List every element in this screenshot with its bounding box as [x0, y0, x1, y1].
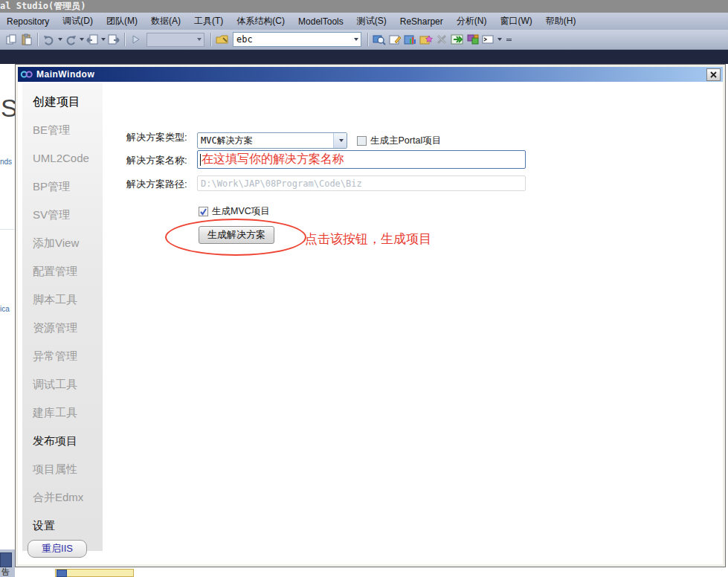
- find-in-files-folder-icon[interactable]: [214, 31, 230, 48]
- solution-type-combo[interactable]: MVC解决方案: [197, 132, 347, 149]
- mvc-checkbox[interactable]: 生成MVC项目: [199, 205, 270, 218]
- sidebar-item-publish-project[interactable]: 发布项目: [22, 427, 103, 455]
- solution-name-input[interactable]: 在这填写你的解决方案名称: [197, 150, 526, 169]
- menu-debug[interactable]: 调试(D): [56, 13, 100, 30]
- dialog-sidebar: 创建项目 BE管理 UML2Code BP管理 SV管理 添加View 配置管理…: [22, 83, 103, 551]
- command-window-icon[interactable]: [480, 31, 496, 48]
- menu-team[interactable]: 团队(M): [100, 13, 144, 30]
- dialog-client-area: 创建项目 BE管理 UML2Code BP管理 SV管理 添加View 配置管理…: [18, 82, 723, 564]
- background-panel-icon: [0, 552, 12, 567]
- sidebar-item-create-project[interactable]: 创建项目: [22, 88, 103, 116]
- go-arrow-icon[interactable]: [449, 31, 465, 48]
- solution-path-value: D:\Work\JAP\08Program\Code\Biz: [201, 178, 362, 189]
- sidebar-item-dbbuild-tools[interactable]: 建库工具: [22, 399, 103, 427]
- menu-analyze[interactable]: 分析(N): [450, 13, 494, 30]
- portal-checkbox-box-icon[interactable]: [357, 136, 367, 146]
- tools-options-icon[interactable]: [434, 31, 449, 48]
- menu-window[interactable]: 窗口(W): [493, 13, 538, 30]
- sidebar-item-add-view[interactable]: 添加View: [22, 229, 103, 257]
- sidebar-item-config-manage[interactable]: 配置管理: [22, 257, 103, 286]
- navigate-forward-icon[interactable]: [106, 31, 121, 48]
- toolbox-chart-icon[interactable]: [402, 31, 418, 48]
- portal-checkbox-label: 生成主Portal项目: [370, 135, 441, 147]
- sidebar-item-merge-edmx[interactable]: 合并Edmx: [22, 483, 103, 512]
- paste-icon[interactable]: [19, 31, 34, 48]
- command-window-dropdown-icon[interactable]: [497, 38, 502, 41]
- add-new-item-icon[interactable]: [418, 31, 434, 48]
- solution-path-label: 解决方案路径:: [126, 178, 187, 191]
- menu-architecture[interactable]: 体系结构(C): [230, 13, 291, 30]
- search-folder-icon[interactable]: [371, 31, 387, 48]
- vs-window-title: al Studio(管理员): [0, 1, 86, 11]
- toolbar-separator: [210, 33, 211, 46]
- restart-iis-button[interactable]: 重启IIS: [28, 540, 87, 558]
- sidebar-item-uml2code[interactable]: UML2Code: [22, 144, 103, 173]
- sidebar-item-sv-manage[interactable]: SV管理: [22, 201, 103, 229]
- solution-type-caret-icon: [339, 139, 344, 142]
- vs-menubar: Repository 调试(D) 团队(M) 数据(A) 工具(T) 体系结构(…: [0, 13, 728, 30]
- navigate-back-icon[interactable]: [84, 31, 100, 48]
- taskbar-icon-fragment: [57, 570, 67, 577]
- solution-name-label: 解决方案名称:: [126, 154, 187, 167]
- sidebar-item-bp-manage[interactable]: BP管理: [22, 173, 103, 201]
- solution-type-label: 解决方案类型:: [126, 131, 187, 144]
- vs-window-titlebar: al Studio(管理员): [0, 0, 728, 13]
- dialog-titlebar[interactable]: MainWindow: [18, 67, 723, 82]
- sidebar-item-resource-manage[interactable]: 资源管理: [22, 314, 103, 342]
- toolbar-separator: [367, 33, 368, 46]
- menu-data[interactable]: 数据(A): [144, 13, 187, 30]
- sidebar-item-be-manage[interactable]: BE管理: [22, 116, 103, 144]
- background-divider-fragment: [0, 229, 14, 230]
- solution-path-input[interactable]: D:\Work\JAP\08Program\Code\Biz: [197, 175, 526, 191]
- search-combo[interactable]: ebc: [233, 32, 361, 47]
- properties-window-icon[interactable]: [387, 31, 402, 48]
- undo-icon[interactable]: [41, 31, 57, 48]
- dialog-title: MainWindow: [36, 69, 706, 80]
- menu-tools[interactable]: 工具(T): [187, 13, 230, 30]
- solution-name-placeholder-annotation: 在这填写你的解决方案名称: [202, 152, 344, 167]
- menu-resharper[interactable]: ReSharper: [393, 13, 450, 30]
- mvc-checkbox-box-icon[interactable]: [199, 207, 208, 216]
- menu-modeltools[interactable]: ModelTools: [291, 13, 350, 30]
- copy-icon[interactable]: [3, 31, 19, 48]
- search-combo-caret-icon: [354, 38, 358, 41]
- infinity-app-icon: [20, 70, 33, 79]
- vs-client-background: [0, 50, 728, 64]
- menu-test[interactable]: 测试(S): [350, 13, 393, 30]
- background-link-fragment-1: nds: [0, 158, 15, 166]
- configuration-combo-caret-icon: [197, 38, 202, 41]
- background-bottom-panel: 告: [0, 549, 15, 577]
- screen: al Studio(管理员) Repository 调试(D) 团队(M) 数据…: [0, 0, 728, 577]
- generate-solution-button[interactable]: 生成解决方案: [199, 226, 274, 244]
- extension-manager-icon[interactable]: [465, 31, 480, 48]
- toolbar-overflow-icon[interactable]: [506, 39, 512, 41]
- toolbar-separator: [37, 33, 38, 46]
- mvc-checkbox-label: 生成MVC项目: [212, 205, 270, 218]
- toolbar-separator: [124, 33, 125, 46]
- background-startpage-fragment: St: [1, 94, 15, 123]
- portal-checkbox[interactable]: 生成主Portal项目: [357, 135, 441, 147]
- configuration-combo[interactable]: [146, 33, 204, 47]
- sidebar-item-debug-tools[interactable]: 调试工具: [22, 370, 103, 399]
- search-combo-dropdown[interactable]: [349, 33, 361, 46]
- background-link-fragment-2: ica: [0, 305, 15, 313]
- text-cursor: [200, 154, 201, 166]
- close-icon[interactable]: [706, 68, 721, 81]
- background-panel-tab-fragment: 告: [1, 567, 10, 577]
- redo-icon[interactable]: [62, 31, 78, 48]
- sidebar-item-settings[interactable]: 设置: [22, 512, 103, 540]
- menu-help[interactable]: 帮助(H): [539, 13, 583, 30]
- solution-type-dropdown[interactable]: [333, 133, 347, 148]
- vs-toolbar: ebc: [0, 30, 728, 50]
- solution-type-value: MVC解决方案: [198, 133, 333, 148]
- sidebar-item-project-properties[interactable]: 项目属性: [22, 455, 103, 483]
- menu-repository[interactable]: Repository: [0, 13, 56, 30]
- annotation-note: 点击该按钮，生成项目: [305, 231, 431, 248]
- mainwindow-dialog: MainWindow 创建项目 BE管理 UML2Code BP管理 SV管理 …: [15, 64, 726, 567]
- search-combo-value[interactable]: ebc: [233, 34, 349, 45]
- start-debug-icon[interactable]: [128, 31, 144, 48]
- sidebar-item-script-tools[interactable]: 脚本工具: [22, 286, 103, 314]
- sidebar-item-exception-manage[interactable]: 异常管理: [22, 342, 103, 370]
